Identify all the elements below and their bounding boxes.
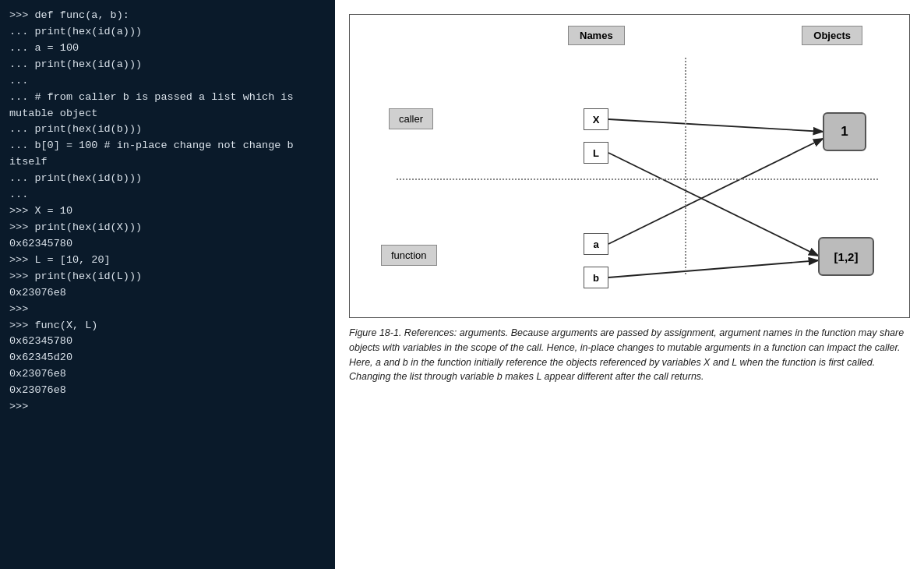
diagram-box: Names Objects caller function X L a b 1 … [349, 14, 910, 318]
terminal-line: >>> def func(a, b): [9, 8, 326, 24]
var-box-a: a [584, 233, 608, 255]
terminal-panel: >>> def func(a, b):... print(hex(id(a)))… [0, 0, 335, 569]
var-box-b: b [584, 267, 608, 288]
terminal-line: 0x23076e8 [9, 383, 326, 399]
figure-caption: Figure 18-1. References: arguments. Beca… [349, 326, 910, 384]
svg-line-3 [608, 138, 824, 244]
terminal-line: 0x23076e8 [9, 366, 326, 383]
terminal-line: ... print(hex(id(b))) [9, 122, 326, 138]
terminal-line: >>> print(hex(id(L))) [9, 269, 326, 285]
terminal-line: 0x62345780 [9, 334, 326, 350]
terminal-line: >>> [9, 302, 326, 318]
caller-scope-label: caller [389, 108, 433, 129]
terminal-line: ... print(hex(id(b))) [9, 171, 326, 187]
terminal-line: ... b[0] = 100 # in-place change not cha… [9, 138, 326, 171]
horizontal-divider [397, 178, 878, 180]
obj-box-1: 1 [823, 112, 866, 151]
terminal-line: 0x62345780 [9, 236, 326, 253]
names-label: Names [568, 26, 625, 45]
right-panel: Names Objects caller function X L a b 1 … [335, 0, 924, 569]
terminal-line: >>> func(X, L) [9, 318, 326, 334]
terminal-line: ... [9, 187, 326, 203]
terminal-line: >>> [9, 399, 326, 415]
terminal-line: >>> X = 10 [9, 203, 326, 220]
terminal-line: ... [9, 73, 326, 90]
var-box-L: L [584, 142, 608, 164]
svg-line-1 [608, 119, 824, 132]
terminal-line: 0x23076e8 [9, 285, 326, 302]
svg-line-2 [608, 153, 820, 256]
terminal-line: >>> L = [10, 20] [9, 253, 326, 269]
terminal-line: ... # from caller b is passed a list whi… [9, 90, 326, 122]
caption-text: Figure 18-1. References: arguments. Beca… [349, 327, 904, 382]
terminal-line: ... a = 100 [9, 41, 326, 57]
var-box-X: X [584, 108, 608, 130]
terminal-content: >>> def func(a, b):... print(hex(id(a)))… [9, 8, 326, 415]
objects-label: Objects [802, 26, 862, 45]
function-scope-label: function [381, 245, 437, 266]
obj-box-list: [1,2] [818, 237, 874, 276]
terminal-line: ... print(hex(id(a))) [9, 57, 326, 73]
terminal-line: 0x62345d20 [9, 350, 326, 366]
terminal-line: >>> print(hex(id(X))) [9, 220, 326, 236]
svg-line-4 [608, 260, 820, 277]
vertical-divider [685, 58, 686, 274]
terminal-line: ... print(hex(id(a))) [9, 24, 326, 41]
